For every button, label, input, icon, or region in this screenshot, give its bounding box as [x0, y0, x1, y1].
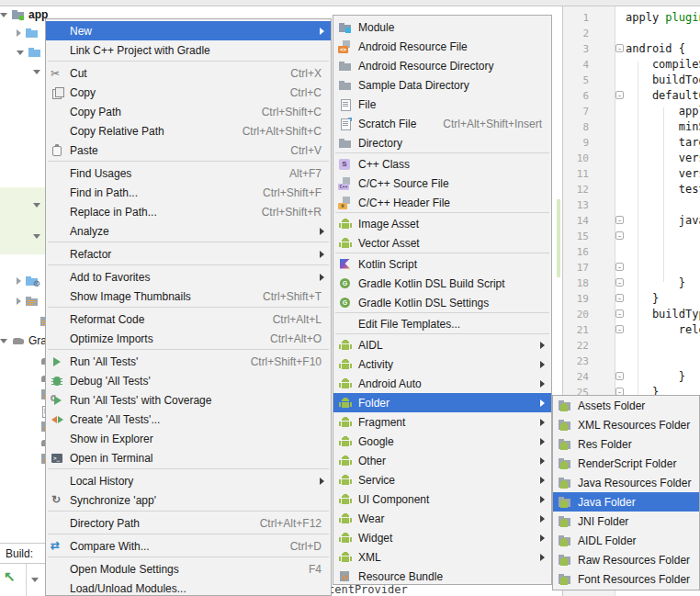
editor-line: 11 vers: [563, 166, 700, 182]
menu-item-sample-data-directory[interactable]: Sample Data Directory: [333, 75, 551, 95]
fold-open-icon[interactable]: -: [615, 216, 624, 224]
tree-row[interactable]: [17, 25, 40, 41]
menu-item-create-all-tests[interactable]: Create 'All Tests'...: [46, 410, 331, 429]
build-rerun-icon[interactable]: ↖: [4, 568, 16, 585]
fold-close-icon[interactable]: -: [615, 278, 624, 287]
tree-row[interactable]: [33, 197, 44, 213]
expand-down-icon[interactable]: [33, 70, 40, 74]
expand-down-icon[interactable]: [0, 339, 7, 343]
expand-down-icon[interactable]: [33, 203, 40, 208]
menu-item-open-in-terminal[interactable]: Open in Terminal: [46, 448, 331, 467]
menu-item-run-all-tests[interactable]: Run 'All Tests'Ctrl+Shift+F10: [46, 352, 331, 371]
fold-open-icon[interactable]: -: [615, 325, 624, 333]
tree-row[interactable]: [17, 44, 42, 61]
menu-item-folder[interactable]: Folder: [333, 393, 551, 412]
menu-item-image-asset[interactable]: Image Asset: [333, 214, 551, 233]
expand-down-icon[interactable]: [17, 51, 24, 55]
menu-item-kotlin-script[interactable]: Kotlin Script: [333, 254, 551, 274]
menu-item-aidl-folder[interactable]: AIDL Folder: [553, 531, 699, 550]
menu-item-link-c-project-with-gradle[interactable]: Link C++ Project with Gradle: [46, 40, 331, 60]
menu-item-open-module-settings[interactable]: Open Module SettingsF4: [46, 559, 331, 579]
menu-item-c-class[interactable]: C++ Class: [333, 154, 551, 174]
fold-close-icon[interactable]: -: [615, 263, 624, 271]
menu-item-replace-in-path[interactable]: Replace in Path...Ctrl+Shift+R: [46, 202, 331, 221]
menu-item-find-in-path[interactable]: Find in Path...Ctrl+Shift+F: [46, 183, 331, 202]
menu-item-show-in-explorer[interactable]: Show in Explorer: [46, 429, 331, 448]
menu-item-other[interactable]: Other: [333, 451, 551, 470]
chevron-down-icon[interactable]: [31, 578, 39, 582]
menu-item-jni-folder[interactable]: JNI Folder: [553, 512, 699, 531]
tree-row[interactable]: [33, 228, 44, 244]
menu-item-analyze[interactable]: Analyze: [46, 221, 331, 241]
submenu-arrow-icon: [320, 478, 324, 485]
fold-close-icon[interactable]: -: [615, 372, 624, 380]
menu-item-xml-resources-folder[interactable]: XML Resources Folder: [553, 415, 699, 434]
menu-item-add-to-favorites[interactable]: Add to Favorites: [46, 267, 331, 287]
menu-item-optimize-imports[interactable]: Optimize ImportsCtrl+Alt+O: [46, 329, 331, 348]
menu-item-aidl[interactable]: AIDL: [333, 335, 551, 354]
menu-item-widget[interactable]: Widget: [333, 528, 551, 547]
menu-item-module[interactable]: Module: [333, 17, 551, 37]
menu-item-copy[interactable]: CopyCtrl+C: [46, 83, 331, 102]
menu-item-directory-path[interactable]: Directory PathCtrl+Alt+F12: [46, 513, 331, 533]
tree-row-gra[interactable]: Gra: [0, 332, 47, 349]
menu-item-debug-all-tests[interactable]: Debug 'All Tests': [46, 371, 331, 390]
tree-row[interactable]: [17, 273, 40, 289]
menu-item-renderscript-folder[interactable]: RenderScript Folder: [553, 454, 699, 473]
menu-item-cut[interactable]: CutCtrl+X: [46, 63, 331, 83]
menu-item-copy-path[interactable]: Copy PathCtrl+Shift+C: [46, 102, 331, 121]
menu-item-synchronize-app[interactable]: Synchronize 'app': [46, 490, 331, 510]
expand-right-icon[interactable]: [17, 298, 21, 305]
menu-item-paste[interactable]: PasteCtrl+V: [46, 141, 331, 160]
menu-item-gradle-kotlin-dsl-build-script[interactable]: Gradle Kotlin DSL Build Script: [333, 274, 551, 293]
menu-item-android-resource-file[interactable]: Android Resource File: [333, 37, 551, 56]
menu-item-run-all-tests-with-coverage[interactable]: Run 'All Tests' with Coverage: [46, 390, 331, 410]
fold-open-icon[interactable]: -: [615, 91, 624, 99]
menu-item-res-folder[interactable]: Res Folder: [553, 434, 699, 454]
menu-item-reformat-code[interactable]: Reformat CodeCtrl+Alt+L: [46, 309, 331, 329]
fold-close-icon[interactable]: -: [615, 294, 624, 302]
fold-open-icon[interactable]: -: [615, 309, 624, 318]
menu-item-copy-relative-path[interactable]: Copy Relative PathCtrl+Alt+Shift+C: [46, 121, 331, 141]
menu-item-edit-file-templates[interactable]: Edit File Templates...: [333, 314, 551, 333]
menu-item-google[interactable]: Google: [333, 432, 551, 451]
menu-item-raw-resources-folder[interactable]: Raw Resources Folder: [553, 550, 699, 569]
expand-right-icon[interactable]: [17, 29, 21, 37]
menu-item-new[interactable]: New: [46, 21, 331, 40]
menu-item-android-auto[interactable]: Android Auto: [333, 374, 551, 393]
menu-item-local-history[interactable]: Local History: [46, 471, 331, 490]
menu-item-resource-bundle[interactable]: Resource Bundle: [333, 567, 551, 585]
menu-item-show-image-thumbnails[interactable]: Show Image ThumbnailsCtrl+Shift+T: [46, 287, 331, 306]
tree-row[interactable]: [17, 293, 40, 309]
menu-item-c-c-source-file[interactable]: C/C++ Source File: [333, 174, 551, 193]
menu-item-file[interactable]: File: [333, 95, 551, 114]
fold-open-icon[interactable]: -: [615, 44, 624, 52]
menu-item-refactor[interactable]: Refactor: [46, 244, 331, 264]
menu-item-wear[interactable]: Wear: [333, 509, 551, 528]
menu-item-java-folder[interactable]: Java Folder: [553, 492, 699, 512]
menu-item-compare-with[interactable]: Compare With...Ctrl+D: [46, 536, 331, 556]
expand-down-icon[interactable]: [33, 234, 40, 239]
menu-item-android-resource-directory[interactable]: Android Resource Directory: [333, 56, 551, 75]
menu-item-ui-component[interactable]: UI Component: [333, 489, 551, 509]
menu-item-activity[interactable]: Activity: [333, 354, 551, 374]
expand-down-icon[interactable]: [0, 13, 7, 17]
menu-item-load-unload-modules[interactable]: Load/Unload Modules...: [46, 579, 331, 596]
menu-item-font-resources-folder[interactable]: Font Resources Folder: [553, 569, 699, 589]
menu-item-gradle-kotlin-dsl-settings[interactable]: Gradle Kotlin DSL Settings: [333, 293, 551, 312]
menu-item-find-usages[interactable]: Find UsagesAlt+F7: [46, 163, 331, 183]
menu-item-scratch-file[interactable]: Scratch FileCtrl+Alt+Shift+Insert: [333, 114, 551, 133]
expand-right-icon[interactable]: [17, 277, 21, 285]
menu-item-c-c-header-file[interactable]: C/C++ Header File: [333, 193, 551, 212]
tree-row-app[interactable]: app: [0, 6, 48, 23]
menu-item-xml[interactable]: XML: [333, 547, 551, 567]
menu-item-service[interactable]: Service: [333, 470, 551, 489]
menu-item-java-resources-folder[interactable]: Java Resources Folder: [553, 473, 699, 492]
menu-item-fragment[interactable]: Fragment: [333, 412, 551, 432]
menu-item-assets-folder[interactable]: Assets Folder: [553, 396, 699, 415]
menu-item-directory[interactable]: Directory: [333, 133, 551, 152]
tree-row[interactable]: [33, 63, 44, 80]
android-icon: [338, 531, 353, 545]
fold-open-icon[interactable]: -: [615, 231, 624, 240]
menu-item-vector-asset[interactable]: Vector Asset: [333, 233, 551, 253]
